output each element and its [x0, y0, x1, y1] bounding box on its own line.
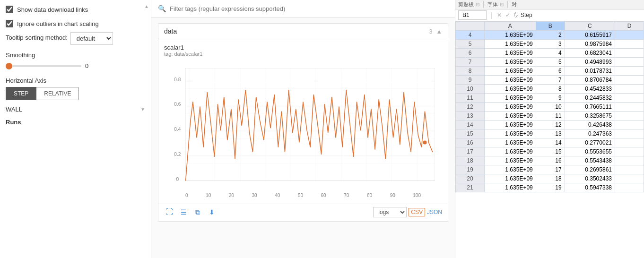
cell-a[interactable]: 1.635E+09: [484, 129, 536, 138]
cell-b[interactable]: 3: [536, 40, 565, 49]
formula-fx-icon[interactable]: fx: [513, 11, 519, 19]
header-col-a[interactable]: A: [484, 22, 536, 31]
cell-d[interactable]: [615, 183, 644, 192]
cell-d[interactable]: [615, 156, 644, 165]
table-row[interactable]: 6 1.635E+09 4 0.6823041: [456, 49, 644, 58]
cell-c[interactable]: 0.4948993: [565, 58, 615, 67]
cell-b[interactable]: 18: [536, 174, 565, 183]
table-row[interactable]: 9 1.635E+09 7 0.8706784: [456, 76, 644, 85]
cell-a[interactable]: 1.635E+09: [484, 40, 536, 49]
tooltip-select[interactable]: default: [70, 32, 113, 45]
cell-a[interactable]: 1.635E+09: [484, 103, 536, 112]
cell-d[interactable]: [615, 165, 644, 174]
cell-b[interactable]: 9: [536, 94, 565, 103]
cell-d[interactable]: [615, 85, 644, 94]
cell-c[interactable]: 0.7665111: [565, 103, 615, 112]
cell-c[interactable]: 0.8706784: [565, 76, 615, 85]
cell-b[interactable]: 5: [536, 58, 565, 67]
table-row[interactable]: 15 1.635E+09 13 0.247363: [456, 129, 644, 138]
cell-c[interactable]: 0.5553655: [565, 147, 615, 156]
csv-link[interactable]: CSV: [409, 208, 425, 216]
cell-a[interactable]: 1.635E+09: [484, 94, 536, 103]
cell-a[interactable]: 1.635E+09: [484, 85, 536, 94]
cell-c[interactable]: 0.0178731: [565, 67, 615, 76]
cell-a[interactable]: 1.635E+09: [484, 147, 536, 156]
wall-collapse-icon[interactable]: ▼: [140, 107, 145, 112]
cell-b[interactable]: 19: [536, 183, 565, 192]
table-row[interactable]: 19 1.635E+09 17 0.2695861: [456, 165, 644, 174]
cell-a[interactable]: 1.635E+09: [484, 183, 536, 192]
cell-c[interactable]: 0.2770021: [565, 138, 615, 147]
smoothing-slider[interactable]: [6, 65, 81, 67]
cell-d[interactable]: [615, 31, 644, 40]
table-row[interactable]: 5 1.635E+09 3 0.9875984: [456, 40, 644, 49]
cell-a[interactable]: 1.635E+09: [484, 174, 536, 183]
cell-d[interactable]: [615, 76, 644, 85]
table-row[interactable]: 14 1.635E+09 12 0.426438: [456, 120, 644, 129]
table-row[interactable]: 11 1.635E+09 9 0.2445832: [456, 94, 644, 103]
cell-a[interactable]: 1.635E+09: [484, 76, 536, 85]
table-row[interactable]: 21 1.635E+09 19 0.5947338: [456, 183, 644, 192]
list-icon[interactable]: ☰: [178, 207, 189, 217]
cell-a[interactable]: 1.635E+09: [484, 31, 536, 40]
formula-check-icon[interactable]: ✓: [505, 12, 511, 18]
cell-b[interactable]: 12: [536, 120, 565, 129]
cell-d[interactable]: [615, 67, 644, 76]
tag-select[interactable]: logs: [373, 207, 407, 217]
cell-c[interactable]: 0.3502433: [565, 174, 615, 183]
cell-a[interactable]: 1.635E+09: [484, 156, 536, 165]
cell-c[interactable]: 0.3258675: [565, 112, 615, 120]
cell-d[interactable]: [615, 174, 644, 183]
cell-d[interactable]: [615, 129, 644, 138]
table-row[interactable]: 7 1.635E+09 5 0.4948993: [456, 58, 644, 67]
cell-d[interactable]: [615, 120, 644, 129]
cell-d[interactable]: [615, 58, 644, 67]
table-row[interactable]: 17 1.635E+09 15 0.5553655: [456, 147, 644, 156]
expand-icon[interactable]: ⛶: [164, 207, 174, 217]
cell-a[interactable]: 1.635E+09: [484, 49, 536, 58]
cell-c[interactable]: 0.6155917: [565, 31, 615, 40]
table-row[interactable]: 13 1.635E+09 11 0.3258675: [456, 112, 644, 120]
cell-a[interactable]: 1.635E+09: [484, 138, 536, 147]
table-row[interactable]: 20 1.635E+09 18 0.3502433: [456, 174, 644, 183]
cell-b[interactable]: 13: [536, 129, 565, 138]
cell-b[interactable]: 11: [536, 112, 565, 120]
formula-input[interactable]: [521, 12, 641, 18]
cell-d[interactable]: [615, 49, 644, 58]
cell-d[interactable]: [615, 112, 644, 120]
cell-b[interactable]: 8: [536, 85, 565, 94]
cell-b[interactable]: 15: [536, 147, 565, 156]
section-toggle-icon[interactable]: ▲: [436, 28, 442, 35]
table-row[interactable]: 18 1.635E+09 16 0.5543438: [456, 156, 644, 165]
cell-c[interactable]: 0.5543438: [565, 156, 615, 165]
cell-c[interactable]: 0.9875984: [565, 40, 615, 49]
axis-step-button[interactable]: STEP: [6, 87, 36, 100]
cell-a[interactable]: 1.635E+09: [484, 165, 536, 174]
cell-d[interactable]: [615, 147, 644, 156]
cell-d[interactable]: [615, 40, 644, 49]
cell-c[interactable]: 0.4542833: [565, 85, 615, 94]
cell-c[interactable]: 0.2445832: [565, 94, 615, 103]
axis-relative-button[interactable]: RELATIVE: [36, 87, 79, 100]
cell-b[interactable]: 4: [536, 49, 565, 58]
cell-c[interactable]: 0.426438: [565, 120, 615, 129]
download-icon[interactable]: ⬇: [207, 207, 217, 217]
table-row[interactable]: 10 1.635E+09 8 0.4542833: [456, 85, 644, 94]
font-icon[interactable]: ⊡: [500, 2, 504, 7]
table-row[interactable]: 4 1.635E+09 2 0.6155917: [456, 31, 644, 40]
clipboard-icon[interactable]: ⊡: [476, 2, 479, 7]
cell-b[interactable]: 10: [536, 103, 565, 112]
cell-reference[interactable]: [458, 10, 487, 20]
cell-d[interactable]: [615, 103, 644, 112]
cell-c[interactable]: 0.5947338: [565, 183, 615, 192]
cell-b[interactable]: 17: [536, 165, 565, 174]
window-icon[interactable]: ⧉: [192, 207, 203, 217]
table-row[interactable]: 8 1.635E+09 6 0.0178731: [456, 67, 644, 76]
cell-d[interactable]: [615, 94, 644, 103]
formula-x-icon[interactable]: ✕: [496, 12, 503, 18]
table-row[interactable]: 12 1.635E+09 10 0.7665111: [456, 103, 644, 112]
cell-d[interactable]: [615, 138, 644, 147]
cell-a[interactable]: 1.635E+09: [484, 112, 536, 120]
cell-a[interactable]: 1.635E+09: [484, 120, 536, 129]
cell-c[interactable]: 0.247363: [565, 129, 615, 138]
